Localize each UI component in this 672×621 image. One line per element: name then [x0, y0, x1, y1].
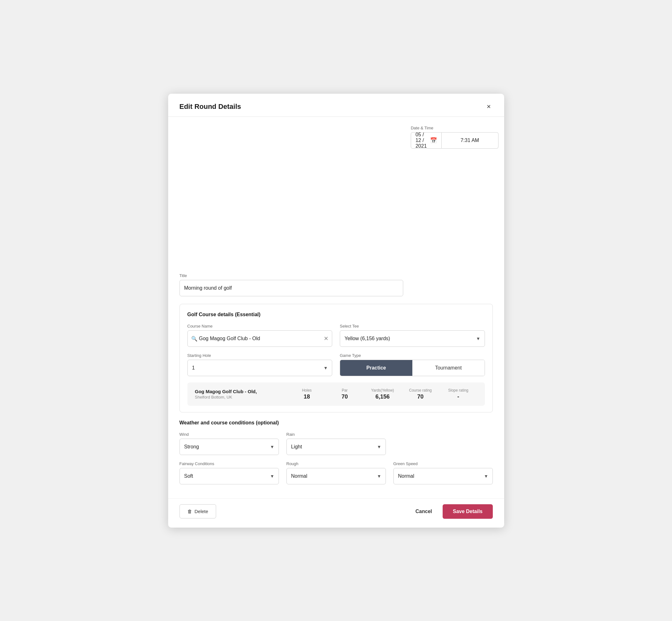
fairway-rough-green-row: Fairway Conditions Dry Soft Normal Wet ▼… — [179, 461, 493, 484]
cancel-button[interactable]: Cancel — [412, 505, 435, 519]
close-button[interactable]: × — [485, 102, 493, 111]
course-section-title: Golf Course details (Essential) — [187, 312, 485, 318]
starting-hole-label: Starting Hole — [187, 353, 333, 358]
fairway-field-group: Fairway Conditions Dry Soft Normal Wet ▼ — [179, 461, 279, 484]
time-display[interactable]: 7:31 AM — [442, 132, 499, 149]
green-speed-dropdown[interactable]: Slow Normal Fast Very Fast — [393, 468, 493, 484]
edit-round-modal: Edit Round Details × Title Date & Time 0… — [168, 94, 504, 528]
date-display[interactable]: 05 / 12 / 2021 📅 — [411, 132, 442, 149]
course-section-card: Golf Course details (Essential) Course N… — [179, 304, 493, 412]
rain-wrapper: None Light Moderate Heavy ▼ — [287, 439, 386, 455]
title-field-group: Title — [179, 273, 403, 296]
slope-rating-value: - — [458, 394, 459, 400]
course-name-tee-row: Course Name 🔍 ✕ Select Tee Yellow (6,156… — [187, 324, 485, 347]
spacer — [393, 432, 493, 455]
slope-rating-label: Slope rating — [448, 388, 468, 392]
course-name-input[interactable] — [187, 330, 333, 347]
select-tee-wrapper: Yellow (6,156 yards) White Red Blue ▼ — [340, 330, 485, 347]
course-stat-par: Par 70 — [326, 388, 364, 400]
title-input[interactable] — [179, 280, 403, 296]
rough-field-group: Rough Short Normal Long ▼ — [287, 461, 386, 484]
par-value: 70 — [341, 394, 348, 400]
green-speed-field-group: Green Speed Slow Normal Fast Very Fast ▼ — [393, 461, 493, 484]
datetime-field-group: Date & Time 05 / 12 / 2021 📅 7:31 AM — [411, 126, 493, 296]
modal-body: Title Date & Time 05 / 12 / 2021 📅 7:31 … — [168, 117, 504, 498]
starting-hole-field-group: Starting Hole 1 2345 678910 ▼ — [187, 353, 333, 376]
wind-field-group: Wind Calm Light Moderate Strong Very Str… — [179, 432, 279, 455]
select-tee-dropdown[interactable]: Yellow (6,156 yards) White Red Blue — [340, 330, 485, 347]
modal-footer: 🗑 Delete Cancel Save Details — [168, 498, 504, 528]
title-label: Title — [179, 273, 403, 278]
starting-hole-wrapper: 1 2345 678910 ▼ — [187, 360, 333, 376]
clear-course-icon[interactable]: ✕ — [324, 335, 328, 342]
time-value: 7:31 AM — [461, 137, 479, 143]
wind-label: Wind — [179, 432, 279, 437]
tournament-toggle-btn[interactable]: Tournament — [412, 360, 485, 376]
datetime-inputs: 05 / 12 / 2021 📅 7:31 AM — [411, 132, 493, 296]
course-stat-yards: Yards(Yellow) 6,156 — [364, 388, 402, 400]
calendar-icon: 📅 — [430, 137, 437, 144]
holes-label: Holes — [302, 388, 312, 392]
game-type-label: Game Type — [340, 353, 485, 358]
starting-hole-dropdown[interactable]: 1 2345 678910 — [187, 360, 333, 376]
course-info-location: Shelford Bottom, UK — [195, 395, 288, 400]
rough-label: Rough — [287, 461, 386, 466]
datetime-label: Date & Time — [411, 126, 493, 130]
rough-dropdown[interactable]: Short Normal Long — [287, 468, 386, 484]
game-type-field-group: Game Type Practice Tournament — [340, 353, 485, 376]
fairway-dropdown[interactable]: Dry Soft Normal Wet — [179, 468, 279, 484]
rough-wrapper: Short Normal Long ▼ — [287, 468, 386, 484]
green-speed-wrapper: Slow Normal Fast Very Fast ▼ — [393, 468, 493, 484]
title-datetime-row: Title Date & Time 05 / 12 / 2021 📅 7:31 … — [179, 126, 493, 296]
rain-label: Rain — [287, 432, 386, 437]
holes-value: 18 — [303, 394, 310, 400]
delete-button[interactable]: 🗑 Delete — [179, 504, 216, 519]
trash-icon: 🗑 — [187, 509, 192, 514]
rain-dropdown[interactable]: None Light Moderate Heavy — [287, 439, 386, 455]
wind-dropdown[interactable]: Calm Light Moderate Strong Very Strong — [179, 439, 279, 455]
course-stat-holes: Holes 18 — [288, 388, 326, 400]
search-icon: 🔍 — [191, 335, 198, 341]
course-rating-label: Course rating — [409, 388, 432, 392]
modal-header: Edit Round Details × — [168, 94, 504, 117]
date-value: 05 / 12 / 2021 — [416, 132, 427, 149]
game-type-toggle: Practice Tournament — [340, 360, 485, 376]
modal-title: Edit Round Details — [179, 102, 241, 111]
select-tee-label: Select Tee — [340, 324, 485, 329]
course-info-name: Gog Magog Golf Club - Old, Shelford Bott… — [195, 389, 288, 400]
par-label: Par — [342, 388, 348, 392]
course-stat-course-rating: Course rating 70 — [402, 388, 439, 400]
practice-toggle-btn[interactable]: Practice — [340, 360, 412, 376]
green-speed-label: Green Speed — [393, 461, 493, 466]
weather-section-title: Weather and course conditions (optional) — [179, 420, 493, 426]
yards-label: Yards(Yellow) — [371, 388, 394, 392]
select-tee-field-group: Select Tee Yellow (6,156 yards) White Re… — [340, 324, 485, 347]
save-button[interactable]: Save Details — [443, 504, 493, 519]
wind-rain-row: Wind Calm Light Moderate Strong Very Str… — [179, 432, 493, 455]
course-name-field-group: Course Name 🔍 ✕ — [187, 324, 333, 347]
course-rating-value: 70 — [417, 394, 423, 400]
course-stat-slope-rating: Slope rating - — [439, 388, 477, 400]
rain-field-group: Rain None Light Moderate Heavy ▼ — [287, 432, 386, 455]
fairway-wrapper: Dry Soft Normal Wet ▼ — [179, 468, 279, 484]
fairway-label: Fairway Conditions — [179, 461, 279, 466]
course-name-label: Course Name — [187, 324, 333, 329]
course-info-full-name: Gog Magog Golf Club - Old, — [195, 389, 288, 394]
weather-section: Weather and course conditions (optional)… — [179, 420, 493, 484]
yards-value: 6,156 — [375, 394, 390, 400]
delete-label: Delete — [195, 509, 208, 514]
hole-gametype-row: Starting Hole 1 2345 678910 ▼ Game Type … — [187, 353, 485, 376]
course-name-input-wrapper: 🔍 ✕ — [187, 330, 333, 347]
wind-wrapper: Calm Light Moderate Strong Very Strong ▼ — [179, 439, 279, 455]
footer-right-actions: Cancel Save Details — [412, 504, 493, 519]
course-info-row: Gog Magog Golf Club - Old, Shelford Bott… — [187, 382, 485, 406]
